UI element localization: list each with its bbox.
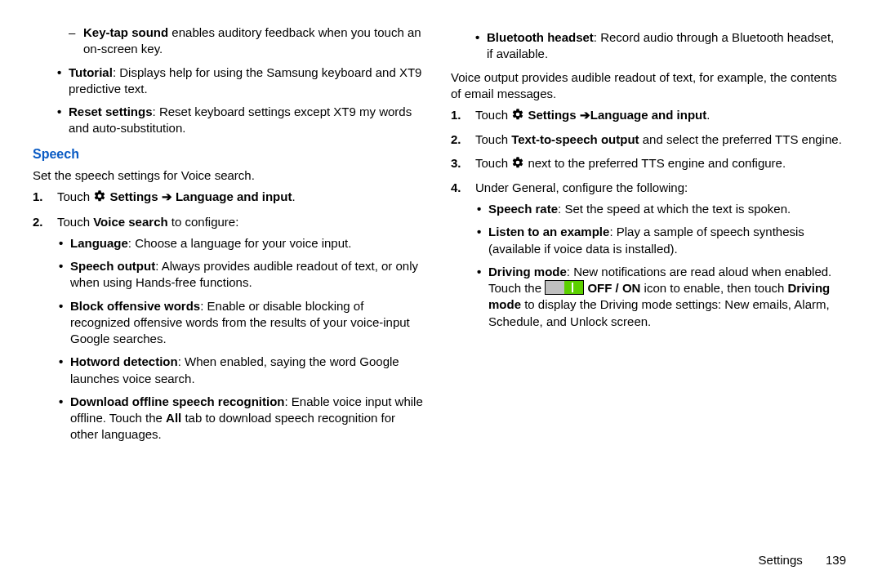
left-column: Key-tap sound enables auditory feedback … <box>33 24 425 450</box>
footer-page-number: 139 <box>826 553 846 567</box>
step-2: Touch Text-to-speech output and select t… <box>451 131 843 148</box>
bold-label: Language <box>70 236 128 250</box>
section-intro: Set the speech settings for Voice search… <box>33 167 425 184</box>
text: : Displays help for using the Samsung ke… <box>69 65 421 96</box>
text: next to the preferred TTS engine and con… <box>528 156 786 170</box>
settings-cog-icon <box>511 156 524 173</box>
bullet-speech-output: Speech output: Always provides audible r… <box>57 258 425 292</box>
text: Touch <box>475 132 511 146</box>
text: Touch <box>57 215 93 229</box>
bold-label: Speech output <box>70 259 155 273</box>
numbered-steps-right: Touch Settings ➔Language and input. Touc… <box>451 107 843 330</box>
settings-gear-icon <box>511 108 524 125</box>
bullet-tutorial: Tutorial: Displays help for using the Sa… <box>56 65 425 98</box>
bullet-list: Bluetooth headset: Record audio through … <box>474 29 843 63</box>
bold-label: Reset settings <box>69 105 153 118</box>
step-1: Touch Settings ➔ Language and input. <box>33 189 425 207</box>
bold-label: Tutorial <box>69 65 113 79</box>
step-1: Touch Settings ➔Language and input. <box>451 107 843 125</box>
text: to configure: <box>168 215 239 229</box>
dash-list: Key-tap sound enables auditory feedback … <box>69 24 425 58</box>
section-title-speech: Speech <box>33 145 425 163</box>
text: : Set the speed at which the text is spo… <box>558 202 791 216</box>
text: . <box>292 189 295 203</box>
step-2: Touch Voice search to configure: Languag… <box>33 214 425 443</box>
bullet-list: Tutorial: Displays help for using the Sa… <box>56 65 425 137</box>
bullet-language: Language: Choose a language for your voi… <box>57 235 425 252</box>
bold-label: Voice search <box>93 215 167 229</box>
text: Touch <box>475 108 511 122</box>
text: : Choose a language for your voice input… <box>128 236 352 250</box>
bold-label: Speech rate <box>488 202 558 216</box>
text: Touch <box>475 156 511 170</box>
bullet-hotword: Hotword detection: When enabled, saying … <box>57 354 425 387</box>
dash-item-keytap: Key-tap sound enables auditory feedback … <box>69 24 425 58</box>
voice-search-bullets: Language: Choose a language for your voi… <box>57 235 425 443</box>
bullet-listen-example: Listen to an example: Play a sample of s… <box>475 224 843 257</box>
bullet-driving-mode: Driving mode: New notifications are read… <box>475 264 843 330</box>
bold-label: Bluetooth headset <box>487 30 594 44</box>
text: and select the preferred TTS engine. <box>639 132 842 146</box>
bullet-speech-rate: Speech rate: Set the speed at which the … <box>475 201 843 217</box>
general-bullets: Speech rate: Set the speed at which the … <box>475 201 843 330</box>
two-column-layout: Key-tap sound enables auditory feedback … <box>33 24 849 450</box>
bold-label: Driving mode <box>488 265 567 278</box>
text: Touch <box>57 189 93 203</box>
bullet-download-offline: Download offline speech recognition: Ena… <box>57 394 425 443</box>
text: icon to enable, then touch <box>640 281 787 295</box>
footer-section: Settings <box>759 553 803 567</box>
sub-dash-list-wrap: Key-tap sound enables auditory feedback … <box>33 24 425 58</box>
bold-label: Listen to an example <box>488 225 609 238</box>
bullet-reset: Reset settings: Reset keyboard settings … <box>56 104 425 137</box>
top-bullets-wrap: Tutorial: Displays help for using the Sa… <box>33 65 425 137</box>
text: Under General, configure the following: <box>475 180 688 194</box>
step-4: Under General, configure the following: … <box>451 180 843 330</box>
bold-label: Text-to-speech output <box>511 132 639 146</box>
settings-path: Settings ➔Language and input <box>528 108 706 122</box>
bold-label: All <box>166 411 181 425</box>
off-on-toggle-icon <box>545 280 584 295</box>
bold-label: Key-tap sound <box>83 25 168 39</box>
bold-label: Block offensive words <box>70 299 200 313</box>
settings-gear-icon <box>93 189 106 207</box>
voice-output-intro: Voice output provides audible readout of… <box>451 69 843 103</box>
manual-page: Key-tap sound enables auditory feedback … <box>0 0 882 588</box>
bullet-block-offensive: Block offensive words: Enable or disable… <box>57 298 425 348</box>
right-column: Bluetooth headset: Record audio through … <box>451 24 843 450</box>
offon-label: OFF / ON <box>584 281 640 295</box>
step-3: Touch next to the preferred TTS engine a… <box>451 155 843 173</box>
text: . <box>706 108 710 122</box>
bold-label: Download offline speech recognition <box>70 394 285 408</box>
settings-path: Settings ➔ Language and input <box>109 189 292 203</box>
text: to display the Driving mode settings: Ne… <box>488 297 830 327</box>
bold-label: Hotword detection <box>70 354 178 368</box>
numbered-steps-left: Touch Settings ➔ Language and input. Tou… <box>33 189 425 443</box>
page-footer: Settings 139 <box>759 552 846 568</box>
right-top-bullets-wrap: Bluetooth headset: Record audio through … <box>451 29 843 63</box>
bullet-bluetooth: Bluetooth headset: Record audio through … <box>474 29 843 63</box>
